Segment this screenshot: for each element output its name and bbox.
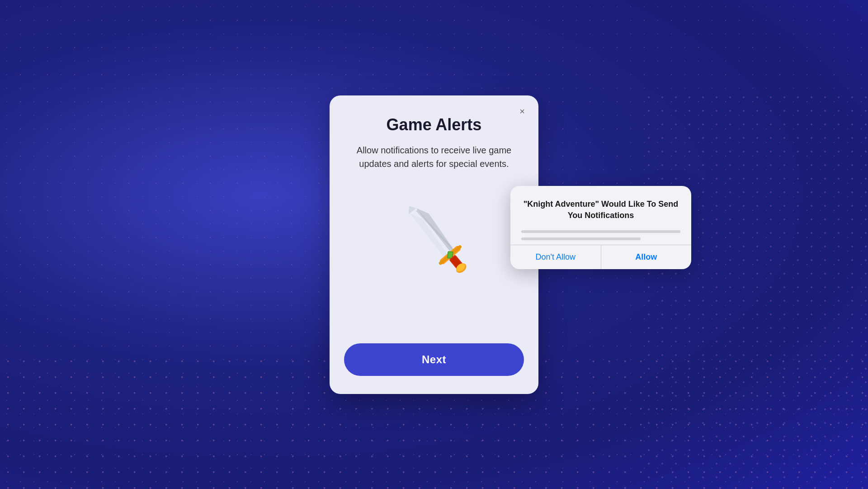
popup-title: "Knight Adventure" Would Like To Send Yo… <box>521 199 680 221</box>
dont-allow-button[interactable]: Don't Allow <box>510 245 601 269</box>
popup-content: "Knight Adventure" Would Like To Send Yo… <box>510 186 691 240</box>
popup-buttons: Don't Allow Allow <box>510 245 691 269</box>
card-title: Game Alerts <box>387 115 482 134</box>
sword-illustration <box>389 190 479 281</box>
popup-skeleton-line-2 <box>521 237 641 240</box>
allow-button[interactable]: Allow <box>601 245 692 269</box>
card-description: Allow notifications to receive live game… <box>344 143 524 171</box>
close-icon: × <box>519 106 525 117</box>
svg-rect-7 <box>448 252 453 258</box>
sword-svg <box>393 195 475 276</box>
game-alerts-card: × Game Alerts Allow notifications to rec… <box>330 95 538 394</box>
next-button[interactable]: Next <box>344 343 524 376</box>
svg-marker-2 <box>405 203 416 214</box>
dot-pattern-right <box>642 90 868 489</box>
notification-popup: "Knight Adventure" Would Like To Send Yo… <box>510 186 691 269</box>
close-button[interactable]: × <box>515 104 529 119</box>
scene-container: × Game Alerts Allow notifications to rec… <box>330 95 538 394</box>
popup-skeleton-line-1 <box>521 230 680 233</box>
